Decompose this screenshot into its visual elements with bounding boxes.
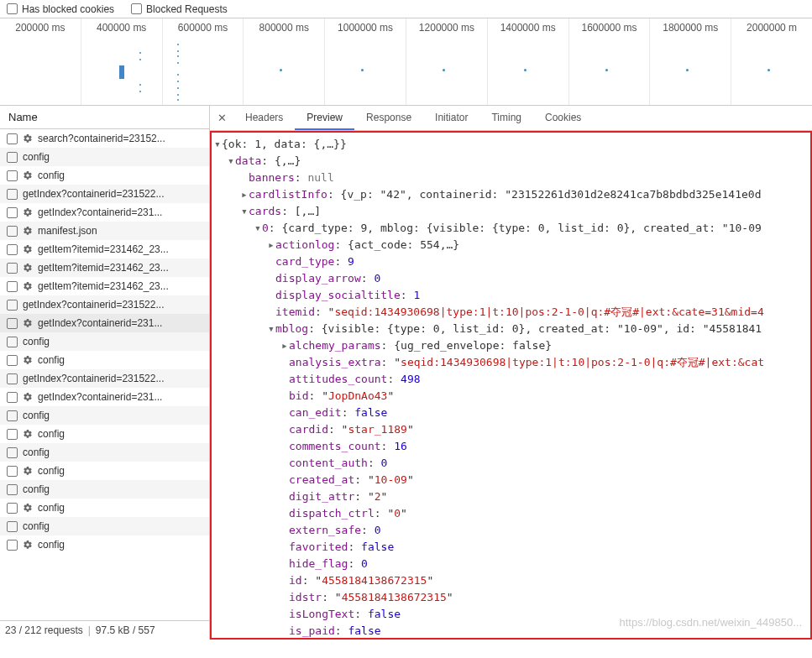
column-header-name[interactable]: Name xyxy=(0,106,209,129)
checkbox-icon[interactable] xyxy=(7,484,18,495)
checkbox-icon[interactable] xyxy=(7,503,18,514)
checkbox-icon[interactable] xyxy=(7,373,18,384)
checkbox-icon[interactable] xyxy=(7,189,18,200)
request-row[interactable]: getItem?itemid=231462_23... xyxy=(0,277,209,295)
checkbox-icon[interactable] xyxy=(7,300,18,311)
tab-initiator[interactable]: Initiator xyxy=(423,107,479,130)
request-row[interactable]: getIndex?containerid=231... xyxy=(0,314,209,332)
checkbox-label: Has blocked cookies xyxy=(22,3,114,15)
checkbox-icon[interactable] xyxy=(7,244,18,255)
request-row[interactable]: getIndex?containerid=231522... xyxy=(0,185,209,203)
tab-preview[interactable]: Preview xyxy=(295,107,354,130)
request-row[interactable]: config xyxy=(0,351,209,369)
has-blocked-cookies-checkbox[interactable]: Has blocked cookies xyxy=(7,3,114,15)
checkbox-icon[interactable] xyxy=(7,170,18,181)
timeline-tick: 1800000 ms xyxy=(650,18,731,105)
request-row[interactable]: config xyxy=(0,480,209,499)
gear-icon xyxy=(23,392,33,402)
timeline-tick: 1000000 ms xyxy=(325,18,406,105)
checkbox-icon[interactable] xyxy=(7,392,18,403)
checkbox-icon[interactable] xyxy=(7,152,18,163)
timeline-tick: 1200000 ms xyxy=(406,18,488,105)
request-row[interactable]: config xyxy=(0,332,209,351)
expand-toggle[interactable] xyxy=(227,153,235,170)
checkbox-icon[interactable] xyxy=(7,540,18,551)
checkbox-icon[interactable] xyxy=(7,318,18,329)
request-name: config xyxy=(23,446,50,458)
request-row[interactable]: getItem?itemid=231462_23... xyxy=(0,258,209,277)
timeline-tick: 2000000 m xyxy=(731,18,812,105)
checkbox-icon[interactable] xyxy=(7,466,18,477)
expand-toggle[interactable] xyxy=(280,337,289,354)
request-name: config xyxy=(23,336,50,347)
request-row[interactable]: getIndex?containerid=231522... xyxy=(0,295,209,314)
expand-toggle[interactable] xyxy=(213,136,222,153)
expand-toggle[interactable] xyxy=(240,203,249,220)
expand-toggle[interactable] xyxy=(267,321,275,337)
request-name: manifest.json xyxy=(38,225,97,237)
request-name: getIndex?containerid=231522... xyxy=(23,188,164,200)
checkbox-icon xyxy=(7,3,18,14)
blocked-requests-checkbox[interactable]: Blocked Requests xyxy=(131,3,228,15)
request-row[interactable]: search?containerid=23152... xyxy=(0,129,209,148)
checkbox-icon[interactable] xyxy=(7,226,18,237)
checkbox-icon[interactable] xyxy=(7,263,18,274)
checkbox-icon xyxy=(131,3,142,14)
tab-response[interactable]: Response xyxy=(354,107,423,130)
gear-icon xyxy=(23,318,33,328)
request-name: config xyxy=(23,151,50,163)
status-bar: 23 / 212 requests | 97.5 kB / 557 xyxy=(0,620,209,640)
checkbox-icon[interactable] xyxy=(7,447,18,458)
gear-icon xyxy=(23,226,33,236)
request-name: getItem?itemid=231462_23... xyxy=(38,280,169,292)
request-row[interactable]: config xyxy=(0,499,209,517)
request-row[interactable]: getIndex?containerid=231522... xyxy=(0,369,209,388)
checkbox-icon[interactable] xyxy=(7,133,18,144)
request-name: getIndex?containerid=231522... xyxy=(23,299,164,311)
request-row[interactable]: getIndex?containerid=231... xyxy=(0,388,209,406)
request-row[interactable]: config xyxy=(0,425,209,443)
close-icon[interactable]: ✕ xyxy=(210,112,233,124)
request-row[interactable]: config xyxy=(0,535,209,554)
request-row[interactable]: getIndex?containerid=231... xyxy=(0,203,209,222)
gear-icon xyxy=(23,466,33,476)
request-row[interactable]: config xyxy=(0,406,209,425)
timeline-overview[interactable]: 200000 ms400000 ms600000 ms800000 ms1000… xyxy=(0,18,812,106)
request-row[interactable]: config xyxy=(0,148,209,166)
request-name: config xyxy=(38,170,65,181)
checkbox-icon[interactable] xyxy=(7,410,18,421)
status-transfer: 97.5 kB / 557 xyxy=(96,624,155,636)
checkbox-icon[interactable] xyxy=(7,337,18,347)
checkbox-icon[interactable] xyxy=(7,281,18,292)
request-row[interactable]: getItem?itemid=231462_23... xyxy=(0,240,209,258)
request-row[interactable]: config xyxy=(0,462,209,480)
request-name: config xyxy=(23,520,50,532)
tab-timing[interactable]: Timing xyxy=(479,107,533,130)
request-name: getIndex?containerid=231... xyxy=(38,317,162,329)
tab-cookies[interactable]: Cookies xyxy=(533,107,593,130)
request-list[interactable]: search?containerid=23152...configconfigg… xyxy=(0,129,209,620)
checkbox-icon[interactable] xyxy=(7,429,18,440)
gear-icon xyxy=(23,133,33,144)
checkbox-icon[interactable] xyxy=(7,521,18,532)
gear-icon xyxy=(23,281,33,291)
preview-panel[interactable]: {ok: 1, data: {,…}} data: {,…} banners: … xyxy=(210,131,812,640)
status-requests: 23 / 212 requests xyxy=(5,624,83,636)
request-name: config xyxy=(38,354,65,366)
expand-toggle[interactable] xyxy=(267,237,275,253)
request-row[interactable]: config xyxy=(0,443,209,462)
timeline-tick: 200000 ms xyxy=(0,18,81,105)
request-row[interactable]: manifest.json xyxy=(0,222,209,240)
checkbox-icon[interactable] xyxy=(7,207,18,218)
request-name: config xyxy=(38,502,65,514)
expand-toggle[interactable] xyxy=(240,186,249,203)
request-row[interactable]: config xyxy=(0,517,209,535)
tab-headers[interactable]: Headers xyxy=(233,107,295,130)
gear-icon xyxy=(23,355,33,365)
request-row[interactable]: config xyxy=(0,166,209,185)
request-name: config xyxy=(38,465,65,477)
gear-icon xyxy=(23,263,33,273)
gear-icon xyxy=(23,244,33,254)
expand-toggle[interactable] xyxy=(254,220,262,237)
checkbox-icon[interactable] xyxy=(7,355,18,366)
